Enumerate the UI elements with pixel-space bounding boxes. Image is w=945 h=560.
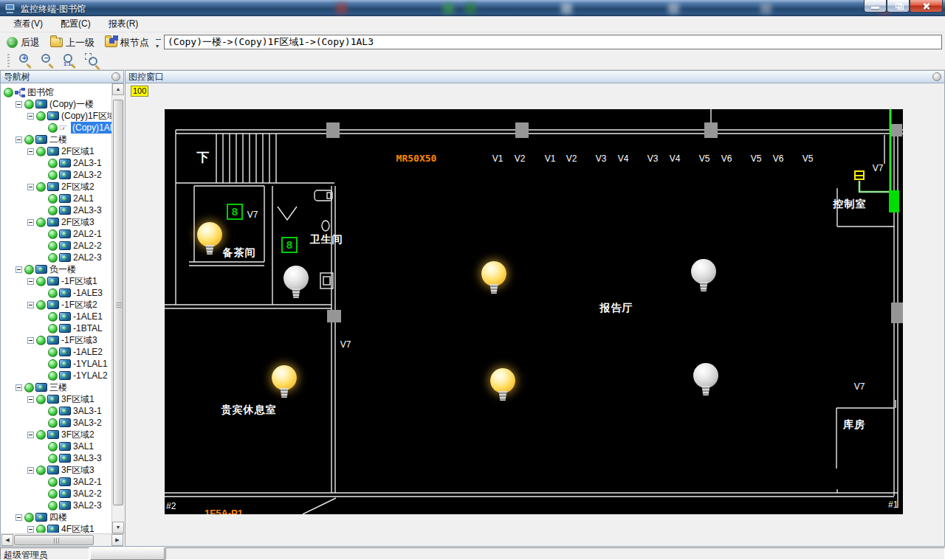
menu-config[interactable]: 配置(C) [53,16,98,32]
minimize-button[interactable] [864,0,887,13]
tree-item[interactable]: 3F区域2 [1,429,111,440]
panel-pin-icon[interactable] [111,72,120,81]
tree-item[interactable]: 3AL1 [1,440,111,452]
tree-item[interactable]: 2F区域3 [1,216,111,228]
scroll-right-button[interactable]: ▶ [111,534,123,546]
tree-item[interactable]: -1ALE3 [1,287,111,299]
expand-toggle-icon[interactable] [27,113,34,120]
light-bulb-off[interactable] [693,363,718,388]
scroll-up-button[interactable]: ▲ [112,83,124,95]
panel-pin-icon[interactable] [932,72,941,81]
zoom-fit-button[interactable] [83,52,102,69]
expand-toggle-icon[interactable] [16,384,22,391]
device-node-icon [47,182,59,191]
tree-item[interactable]: -1YLAL1 [1,358,111,370]
expand-toggle-icon[interactable] [16,101,22,108]
tree-item[interactable]: (Copy)一楼 [1,98,111,110]
tree-horizontal-scrollbar[interactable]: ◀ ▶ [1,533,124,546]
tree-item[interactable]: -1F区域3 [1,334,111,346]
toolbar-drag-handle[interactable] [7,54,10,67]
tree-vertical-scrollbar[interactable]: ▲ ▼ [111,83,124,533]
light-bulb-on[interactable] [490,368,515,393]
tree-item[interactable]: 3F区域3 [1,464,111,476]
tree-item[interactable]: 2AL3-2 [1,169,111,181]
expand-toggle-icon[interactable] [27,432,34,438]
lamp-module-icon[interactable]: 8 [227,204,243,220]
up-level-button[interactable]: ↑ 上一级 [47,35,98,51]
tree-item[interactable]: -1ALE2 [1,346,111,358]
tree-item[interactable]: 3F区域1 [1,393,111,405]
tree-item[interactable]: 3AL3-3 [1,452,111,464]
light-bulb-off[interactable] [691,259,716,284]
tree-item[interactable]: 2AL2-2 [1,240,111,252]
expand-toggle-icon[interactable] [27,219,34,226]
expand-toggle-icon[interactable] [27,148,34,155]
tree-item[interactable]: -1F区域1 [1,275,111,287]
green-sphere-icon [48,442,58,452]
zoom-in-button[interactable]: + [16,52,35,69]
tree-item-label: (Copy)1F区域1 [61,110,111,122]
nav-panel: 图书馆(Copy)一楼(Copy)1F区域1☞(Copy)1AL3二楼2F区域1… [0,83,124,547]
green-sphere-icon [48,324,58,333]
node-path-input[interactable] [164,35,942,49]
expand-toggle-icon[interactable] [27,337,34,344]
tree-item[interactable]: -1YLAL2 [1,370,111,381]
tree-item[interactable]: 2AL1 [1,193,111,204]
expand-toggle-icon[interactable] [27,184,34,190]
root-node-button[interactable]: 根节点 [101,35,153,51]
lamp-module-icon[interactable]: 8 [281,237,298,253]
tree-item[interactable]: 四楼 [1,511,111,523]
expand-toggle-icon[interactable] [27,278,34,285]
valve-label: V7 [854,381,865,392]
device-node-icon [47,430,59,439]
tree-item[interactable]: 图书馆 [1,86,111,98]
tree-item[interactable]: 2F区域2 [1,181,111,193]
expand-toggle-icon[interactable] [27,526,34,533]
power-unit[interactable] [889,190,899,212]
tree-item[interactable]: 2AL3-3 [1,204,111,216]
light-bulb-on[interactable] [272,365,297,390]
light-bulb-on[interactable] [197,222,222,247]
tree-item[interactable]: 3AL2-2 [1,488,111,499]
tree-item[interactable]: (Copy)1F区域1 [1,110,111,122]
tree-item[interactable]: 3AL2-3 [1,499,111,511]
expand-toggle-icon[interactable] [27,302,34,308]
tree-item[interactable]: -1F区域2 [1,299,111,311]
tree-item[interactable]: -1BTAL [1,322,111,334]
tree-item[interactable]: 二楼 [1,134,111,145]
back-icon: ← [7,37,18,48]
zoom-out-button[interactable]: − [38,52,58,69]
toolbar-overflow-button[interactable] [156,38,162,49]
back-button[interactable]: ← 后退 [3,35,44,51]
horizontal-scroll-thumb[interactable] [14,535,94,545]
vertical-scroll-thumb[interactable] [113,100,123,505]
restore-button[interactable] [887,0,910,13]
expand-toggle-icon[interactable] [27,396,34,403]
close-button[interactable] [910,0,943,13]
tree-item[interactable]: 三楼 [1,381,111,393]
tree-item[interactable]: 负一楼 [1,263,111,275]
light-bulb-on[interactable] [481,261,506,286]
tree-item[interactable]: ☞(Copy)1AL3 [1,122,111,134]
tree-item[interactable]: 2AL2-1 [1,228,111,240]
tree-item[interactable]: 3AL3-2 [1,417,111,429]
tree-item[interactable]: 2AL2-3 [1,252,111,263]
tree-item[interactable]: 3AL3-1 [1,405,111,417]
tree-item[interactable]: 2F区域1 [1,145,111,157]
scroll-down-button[interactable]: ▼ [112,522,124,533]
light-bulb-off[interactable] [284,266,309,291]
expand-toggle-icon[interactable] [27,467,34,474]
expand-toggle-icon[interactable] [16,514,22,521]
menu-view[interactable]: 查看(V) [6,16,50,32]
tree-item[interactable]: 2AL3-1 [1,157,111,169]
scroll-left-button[interactable]: ◀ [1,534,13,546]
tree-item[interactable]: -1ALE1 [1,311,111,322]
tree-item[interactable]: 4F区域1 [1,523,111,533]
tree-item[interactable]: 3AL2-1 [1,476,111,488]
expand-toggle-icon[interactable] [16,266,22,273]
menu-report[interactable]: 报表(R) [101,16,146,32]
device-node-icon [35,100,47,108]
zoom-one-to-one-button[interactable]: 1:1 [61,52,80,69]
expand-toggle-icon[interactable] [16,136,22,143]
stairs-down-label: 下 [197,149,210,166]
